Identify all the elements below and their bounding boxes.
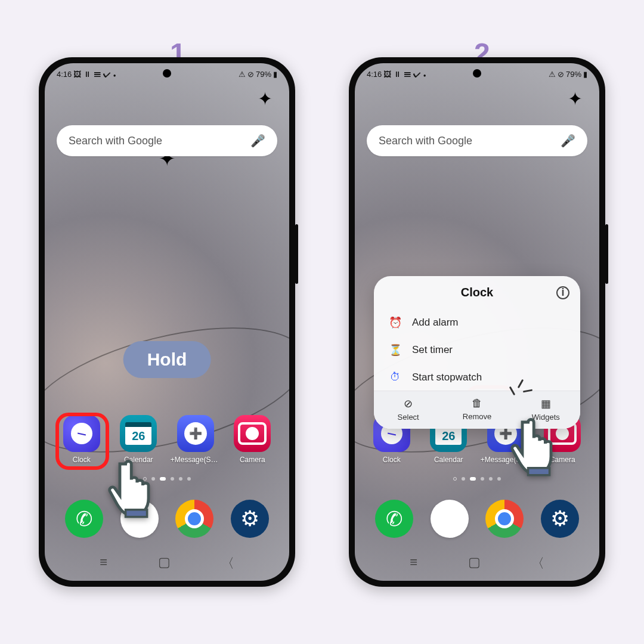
sparkle-icon: ✦: [568, 88, 583, 109]
home-screen-1[interactable]: 4:16 🖼 ⏸ ☰ ✔ ● ⚠︎ ⊘ 79% ▮ ✦ ✦ Search wit…: [45, 63, 289, 581]
context-menu-title-text: Clock: [461, 286, 493, 299]
phone-frame-2: 4:16 🖼 ⏸ ☰ ✔ ● ⚠︎ ⊘ 79% ▮ ✦ Search with …: [349, 57, 605, 587]
app-label: +Message(SM…: [171, 456, 221, 464]
app-label: Camera: [240, 456, 265, 464]
app-row: Clock 26 Calendar +Message(SM… Camera: [45, 415, 289, 464]
message-icon[interactable]: [177, 415, 214, 452]
home-screen-2[interactable]: 4:16 🖼 ⏸ ☰ ✔ ● ⚠︎ ⊘ 79% ▮ ✦ Search with …: [355, 63, 599, 581]
phone-frame-1: 4:16 🖼 ⏸ ☰ ✔ ● ⚠︎ ⊘ 79% ▮ ✦ ✦ Search wit…: [39, 57, 295, 587]
wifi-icon: ⚠︎: [239, 70, 246, 79]
menu-set-timer[interactable]: ⏳ Set timer: [374, 336, 580, 364]
nav-back[interactable]: 〈: [221, 555, 234, 572]
hold-instruction-badge: Hold: [123, 341, 211, 378]
search-placeholder: Search with Google: [69, 135, 162, 147]
status-time: 4:16: [367, 70, 382, 79]
app-clock[interactable]: Clock: [57, 415, 107, 464]
calendar-day: 26: [435, 427, 462, 445]
clock-icon[interactable]: [63, 415, 100, 452]
dock-phone-icon[interactable]: [375, 500, 413, 538]
select-icon: ⊘: [404, 397, 413, 410]
context-menu-actions: ⊘ Select 🗑 Remove ▦ Widgets: [374, 391, 580, 429]
navigation-bar: ≡ ▢ 〈: [355, 555, 599, 572]
svg-rect-1: [528, 468, 550, 475]
nav-home[interactable]: ▢: [468, 555, 481, 572]
app-label: +Message(SM…: [481, 456, 531, 464]
menu-label: Set timer: [412, 344, 453, 356]
nav-recents[interactable]: ≡: [100, 555, 107, 572]
search-placeholder: Search with Google: [379, 135, 472, 147]
widgets-icon: ▦: [541, 397, 551, 410]
dock-apps-icon[interactable]: [120, 500, 159, 538]
app-camera[interactable]: Camera: [227, 415, 277, 464]
click-effect-icon: [507, 382, 534, 408]
camera-hole: [163, 69, 171, 78]
dock-chrome-icon[interactable]: [485, 500, 524, 538]
google-search-bar[interactable]: Search with Google 🎤: [367, 125, 587, 156]
stopwatch-icon: ⏱: [388, 371, 402, 383]
context-menu: Clock i ⏰ Add alarm ⏳ Set timer ⏱ Start …: [374, 276, 580, 429]
camera-icon[interactable]: [234, 415, 271, 452]
menu-start-stopwatch[interactable]: ⏱ Start stopwatch: [374, 364, 580, 391]
context-menu-title: Clock i: [374, 276, 580, 309]
menu-label: Start stopwatch: [412, 371, 482, 383]
menu-label: Add alarm: [412, 317, 458, 329]
page-indicator[interactable]: [355, 477, 599, 481]
dock-chrome-icon[interactable]: [175, 500, 213, 538]
trash-icon: 🗑: [472, 397, 482, 410]
mic-icon[interactable]: 🎤: [250, 134, 265, 148]
camera-hole: [473, 69, 481, 78]
timer-icon: ⏳: [388, 343, 402, 357]
calendar-day: 26: [125, 427, 151, 445]
no-signal-icon: ⊘: [558, 70, 564, 79]
nav-back[interactable]: 〈: [531, 555, 544, 572]
menu-add-alarm[interactable]: ⏰ Add alarm: [374, 309, 580, 336]
action-label: Widgets: [532, 413, 560, 422]
dock-settings-icon[interactable]: [541, 500, 579, 538]
info-icon[interactable]: i: [556, 286, 569, 299]
no-signal-icon: ⊘: [247, 70, 254, 79]
app-calendar[interactable]: 26 Calendar: [113, 415, 163, 464]
app-message[interactable]: +Message(SM…: [171, 415, 221, 464]
nav-home[interactable]: ▢: [158, 555, 171, 572]
battery-text: 79%: [256, 70, 271, 79]
dock: [45, 500, 289, 538]
app-label: Calendar: [434, 456, 463, 464]
mic-icon[interactable]: 🎤: [561, 134, 575, 148]
calendar-icon[interactable]: 26: [120, 415, 157, 452]
battery-icon: ▮: [583, 70, 587, 79]
action-label: Remove: [463, 412, 491, 421]
app-label: Calendar: [124, 456, 153, 464]
sparkle-icon: ✦: [258, 88, 273, 109]
google-search-bar[interactable]: Search with Google 🎤: [57, 125, 277, 156]
action-select[interactable]: ⊘ Select: [374, 391, 442, 429]
battery-icon: ▮: [273, 70, 277, 79]
action-remove[interactable]: 🗑 Remove: [442, 391, 511, 429]
status-time: 4:16: [57, 70, 72, 79]
alarm-icon: ⏰: [388, 316, 402, 329]
app-label: Clock: [383, 456, 401, 464]
status-icons-left: 🖼 ⏸ ☰ ✔ ●: [73, 70, 116, 79]
app-label: Clock: [73, 456, 91, 464]
dock-apps-icon[interactable]: [431, 500, 469, 538]
battery-text: 79%: [566, 70, 581, 79]
wifi-icon: ⚠︎: [549, 70, 556, 79]
dock-settings-icon[interactable]: [231, 500, 269, 538]
dock-phone-icon[interactable]: [65, 500, 103, 538]
page-indicator[interactable]: [45, 477, 289, 481]
nav-recents[interactable]: ≡: [410, 555, 417, 572]
status-icons-left: 🖼 ⏸ ☰ ✔ ●: [383, 70, 426, 79]
action-label: Select: [398, 413, 419, 422]
dock: [355, 500, 599, 538]
app-label: Camera: [550, 456, 575, 464]
navigation-bar: ≡ ▢ 〈: [45, 555, 289, 572]
